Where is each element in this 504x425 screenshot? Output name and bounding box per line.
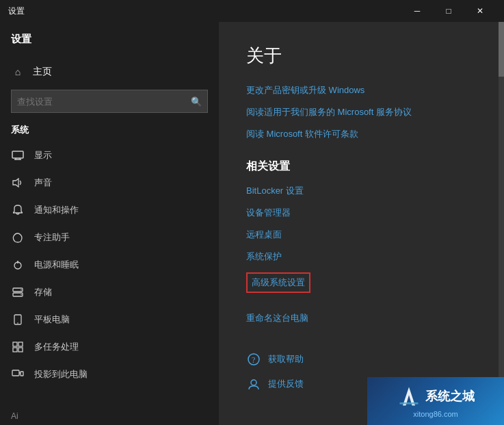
link-remote-desktop[interactable]: 远程桌面 [246,229,477,241]
sidebar-item-power[interactable]: 电源和睡眠 [0,251,219,279]
watermark-logo-icon [397,384,421,409]
svg-text:?: ? [252,355,255,365]
projecting-label: 投影到此电脑 [34,368,88,381]
svg-rect-14 [18,342,23,346]
link-license[interactable]: 阅读 Microsoft 软件许可条款 [246,128,477,140]
feedback-icon [246,376,261,391]
watermark-text: 系统之城 [425,388,475,404]
svg-rect-17 [12,370,19,376]
sidebar-title: 设置 [11,33,208,46]
svg-rect-13 [13,342,17,346]
power-icon [11,258,25,272]
svg-rect-16 [18,348,23,352]
main-content: 关于 更改产品密钥或升级 Windows 阅读适用于我们服务的 Microsof… [219,22,504,425]
svg-point-10 [21,294,22,296]
minimize-button[interactable]: ─ [401,0,433,22]
sidebar-item-home[interactable]: ⌂ 主页 [0,60,219,84]
display-icon [11,149,25,162]
link-system-protection[interactable]: 系统保护 [246,250,477,263]
watermark: 系统之城 xitong86.com [367,377,504,425]
sidebar: 设置 ⌂ 主页 🔍 系统 [0,22,219,425]
tablet-icon [11,313,25,326]
svg-point-22 [251,380,256,385]
close-button[interactable]: ✕ [464,0,496,22]
display-label: 显示 [34,149,52,162]
sidebar-item-multitask[interactable]: 多任务处理 [0,333,219,361]
link-advanced-settings[interactable]: 高级系统设置 [246,272,310,293]
window-title: 设置 [8,5,401,17]
focus-icon [11,231,25,244]
multitask-icon [11,340,25,354]
home-label: 主页 [33,66,52,78]
svg-point-12 [17,322,18,324]
sidebar-item-focus[interactable]: 专注助手 [0,224,219,251]
sound-label: 声音 [34,177,52,189]
multitask-label: 多任务处理 [34,341,79,353]
notifications-label: 通知和操作 [34,204,79,216]
sidebar-item-display[interactable]: 显示 [0,142,219,169]
storage-label: 存储 [34,286,52,298]
watermark-top: 系统之城 [397,384,475,409]
sidebar-bottom: Ai [0,407,219,425]
link-service-agreement[interactable]: 阅读适用于我们服务的 Microsoft 服务协议 [246,106,477,118]
scrollbar-thumb[interactable] [499,22,504,77]
home-icon: ⌂ [11,65,25,79]
tablet-label: 平板电脑 [34,313,70,326]
link-rename-pc[interactable]: 重命名这台电脑 [246,312,477,324]
svg-rect-0 [12,151,23,158]
sidebar-item-tablet[interactable]: 平板电脑 [0,306,219,333]
scrollbar[interactable] [499,22,504,425]
settings-window: 设置 ─ □ ✕ 设置 ⌂ 主页 🔍 系统 [0,0,504,425]
content-area: 设置 ⌂ 主页 🔍 系统 [0,22,504,425]
svg-point-9 [21,289,22,291]
get-help-label: 获取帮助 [268,353,304,365]
sidebar-item-sound[interactable]: 声音 [0,169,219,196]
related-section-heading: 相关设置 [246,159,477,174]
search-icon: 🔍 [191,96,202,107]
section-label: 系统 [0,121,219,142]
svg-marker-4 [13,179,18,187]
page-title: 关于 [246,44,477,68]
storage-icon [11,285,25,299]
svg-rect-25 [400,402,419,404]
link-device-manager[interactable]: 设备管理器 [246,207,477,219]
search-input[interactable] [17,96,191,107]
focus-label: 专注助手 [34,231,70,244]
sidebar-item-notifications[interactable]: 通知和操作 [0,196,219,224]
maximize-button[interactable]: □ [433,0,464,22]
title-bar: 设置 ─ □ ✕ [0,0,504,22]
svg-rect-15 [13,348,17,352]
power-label: 电源和睡眠 [34,259,79,271]
sidebar-item-projecting[interactable]: 投影到此电脑 [0,361,219,388]
projecting-icon [11,368,25,381]
feedback-label: 提供反馈 [268,378,304,390]
sound-icon [11,176,25,190]
sidebar-item-storage[interactable]: 存储 [0,279,219,306]
window-controls: ─ □ ✕ [401,0,496,22]
sidebar-bottom-text: Ai [11,411,18,421]
search-box: 🔍 [11,90,208,113]
sidebar-header: 设置 [0,22,219,60]
link-product-key[interactable]: 更改产品密钥或升级 Windows [246,84,477,96]
link-get-help[interactable]: ? 获取帮助 [246,352,477,367]
help-icon: ? [246,352,261,367]
watermark-url: xitong86.com [413,410,457,418]
notifications-icon [11,203,25,217]
link-bitlocker[interactable]: BitLocker 设置 [246,185,477,197]
svg-rect-18 [21,372,23,376]
